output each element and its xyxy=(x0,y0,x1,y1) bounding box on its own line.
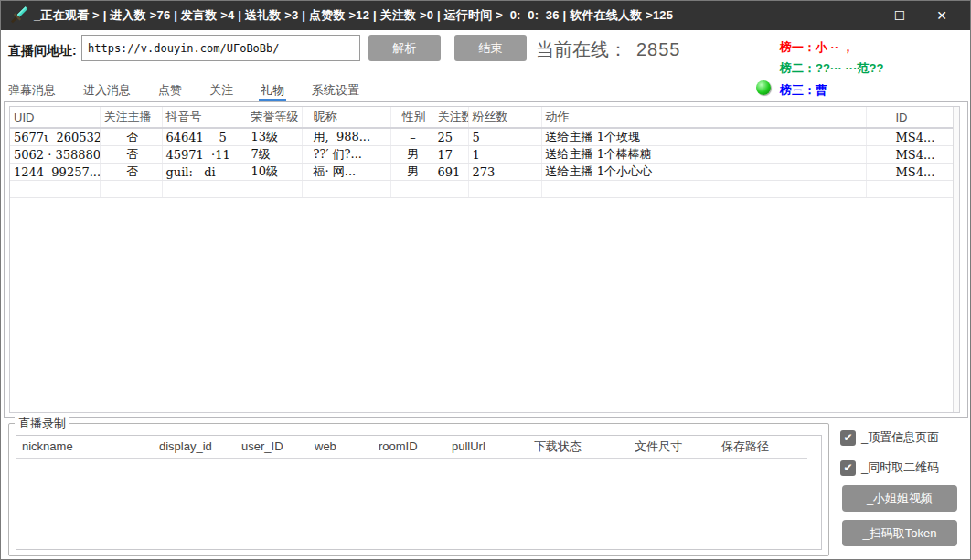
window-title: _正在观看 > | 进入数 >76 | 发言数 >4 | 送礼数 >3 | 点赞… xyxy=(34,7,673,24)
qrcode-checkbox-row[interactable]: ✔ _同时取二维码 xyxy=(840,460,939,476)
column-header: 关注数 xyxy=(432,107,468,128)
rank2-label: 榜二：??··· ···范?? xyxy=(780,60,883,77)
close-button[interactable]: ✕ xyxy=(921,1,963,30)
tab-like[interactable]: 点赞 xyxy=(156,79,184,101)
table-cell: guil: di xyxy=(162,164,240,181)
table-cell: 273 xyxy=(468,164,541,181)
tab-danmu[interactable]: 弹幕消息 xyxy=(6,79,58,101)
table-cell xyxy=(100,181,162,198)
pin-info-checkbox-label: _顶置信息页面 xyxy=(861,429,939,446)
online-count: 当前在线：2855 xyxy=(536,37,681,62)
gift-tab-panel: UID关注主播抖音号荣誉等级昵称性别关注数粉丝数动作ID 5677ι 26053… xyxy=(4,101,968,418)
recording-group-label: 直播录制 xyxy=(15,416,69,432)
green-ball-icon xyxy=(756,80,771,95)
table-cell: 1244 99257... xyxy=(10,164,100,181)
table-cell: 男 xyxy=(390,146,432,164)
table-cell: 25 xyxy=(432,128,468,146)
tab-bar: 弹幕消息进入消息点赞关注礼物系统设置 xyxy=(6,79,361,101)
gift-table-scrollbar[interactable] xyxy=(953,107,959,412)
column-header: 关注主播 xyxy=(100,107,162,128)
table-cell: 送给主播 1个棒棒糖 xyxy=(541,146,866,164)
minimize-button[interactable]: ─ xyxy=(837,1,879,30)
column-header: 保存路径 xyxy=(716,436,807,458)
rank1-label: 榜一：小 ·· ， xyxy=(780,39,854,56)
table-cell: 送给主播 1个玫瑰 xyxy=(541,128,866,146)
column-header: 粉丝数 xyxy=(468,107,541,128)
table-cell: MS4... xyxy=(866,146,954,164)
recording-table-header: nicknamedisplay_iduser_IDwebroomIDpullUr… xyxy=(16,436,821,458)
token-button[interactable]: _扫码取Token xyxy=(842,520,957,546)
title-bar: _正在观看 > | 进入数 >76 | 发言数 >4 | 送礼数 >3 | 点赞… xyxy=(1,1,971,30)
column-header: web xyxy=(309,436,373,458)
table-cell xyxy=(302,181,390,198)
table-cell xyxy=(240,181,302,198)
table-cell: 福· 网... xyxy=(302,164,390,181)
table-cell xyxy=(541,181,866,198)
table-cell: 男 xyxy=(390,164,432,181)
table-row[interactable] xyxy=(10,181,954,198)
table-cell: ??′ 们?... xyxy=(302,146,390,164)
table-cell: 17 xyxy=(432,146,468,164)
diamond-sword-icon xyxy=(8,5,28,26)
table-cell xyxy=(390,181,432,198)
column-header: 下载状态 xyxy=(528,436,629,458)
table-cell: 10级 xyxy=(240,164,302,181)
table-cell: 691 xyxy=(432,164,468,181)
table-cell: 5 xyxy=(468,128,541,146)
table-row[interactable]: 5677ι 2605325否64641 513级用, 988...–255送给主… xyxy=(10,128,954,146)
table-cell: MS4... xyxy=(866,128,954,146)
table-cell: 13级 xyxy=(240,128,302,146)
gift-table-header: UID关注主播抖音号荣誉等级昵称性别关注数粉丝数动作ID xyxy=(10,107,954,128)
table-cell xyxy=(468,181,541,198)
table-cell: 否 xyxy=(100,146,162,164)
table-cell: 5677ι 2605325 xyxy=(10,128,100,146)
online-label: 当前在线： xyxy=(536,39,627,59)
column-header: display_id xyxy=(154,436,236,458)
qrcode-checkbox-label: _同时取二维码 xyxy=(861,460,939,476)
tab-settings[interactable]: 系统设置 xyxy=(310,79,361,101)
maximize-button[interactable]: ☐ xyxy=(879,1,921,30)
table-cell: 45971 ·11 xyxy=(162,146,240,164)
rank3-label: 榜三：曹 xyxy=(780,82,827,99)
table-cell: 7级 xyxy=(240,146,302,164)
parse-button[interactable]: 解析 xyxy=(368,35,441,61)
room-url-input[interactable] xyxy=(81,35,360,61)
column-header: user_ID xyxy=(236,436,309,458)
table-cell xyxy=(162,181,240,198)
tab-gift[interactable]: 礼物 xyxy=(259,79,286,101)
column-header: UID xyxy=(10,107,100,128)
table-cell: 送给主播 1个小心心 xyxy=(541,164,866,181)
column-header: 文件尺寸 xyxy=(629,436,716,458)
end-button[interactable]: 结束 xyxy=(454,35,527,61)
column-header: 荣誉等级 xyxy=(240,107,302,128)
column-header: roomID xyxy=(373,436,446,458)
table-cell: MS4... xyxy=(866,164,954,181)
gift-table: UID关注主播抖音号荣誉等级昵称性别关注数粉丝数动作ID 5677ι 26053… xyxy=(9,106,960,413)
column-header: 性别 xyxy=(390,107,432,128)
table-cell: 否 xyxy=(100,164,162,181)
column-header: pullUrl xyxy=(446,436,528,458)
table-row[interactable]: 5062 · 3588808否45971 ·117级??′ 们?...男171送… xyxy=(10,146,954,164)
tab-enter[interactable]: 进入消息 xyxy=(81,79,133,101)
tab-follow[interactable]: 关注 xyxy=(208,79,235,101)
table-cell: 5062 · 3588808 xyxy=(10,146,100,164)
column-header: 动作 xyxy=(541,107,866,128)
checkbox-checked-icon[interactable]: ✔ xyxy=(840,430,856,446)
recording-groupbox: 直播录制 nicknamedisplay_iduser_IDwebroomIDp… xyxy=(8,423,829,556)
table-cell xyxy=(432,181,468,198)
pin-info-checkbox-row[interactable]: ✔ _顶置信息页面 xyxy=(840,429,939,446)
column-header: nickname xyxy=(16,436,154,458)
table-cell: 用, 988... xyxy=(302,128,390,146)
checkbox-checked-icon[interactable]: ✔ xyxy=(840,460,856,476)
table-cell: 1 xyxy=(468,146,541,164)
window-controls: ─ ☐ ✕ xyxy=(837,1,963,30)
table-cell: – xyxy=(390,128,432,146)
column-header: ID xyxy=(866,107,954,128)
table-cell xyxy=(10,181,100,198)
table-cell: 64641 5 xyxy=(162,128,240,146)
recording-table: nicknamedisplay_iduser_IDwebroomIDpullUr… xyxy=(16,435,822,550)
table-row[interactable]: 1244 99257...否guil: di10级福· 网...男691273送… xyxy=(10,164,954,181)
room-url-label: 直播间地址: xyxy=(8,43,77,59)
online-value: 2855 xyxy=(636,39,681,59)
video-button[interactable]: _小姐姐视频 xyxy=(842,485,957,512)
